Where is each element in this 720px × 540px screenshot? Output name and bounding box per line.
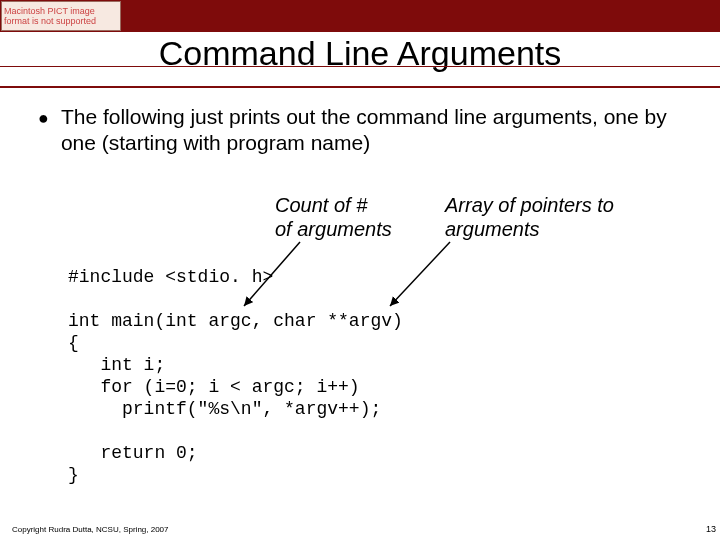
page-number: 13 <box>706 524 716 534</box>
horizontal-rule <box>0 86 720 88</box>
annotation-argv: Array of pointers to arguments <box>445 193 665 241</box>
annotation-argv-line1: Array of pointers to <box>445 194 614 216</box>
body-content: ● The following just prints out the comm… <box>38 104 686 157</box>
annotation-argc: Count of # of arguments <box>275 193 435 241</box>
bullet-item: ● The following just prints out the comm… <box>38 104 686 157</box>
copyright: Copyright Rudra Dutta, NCSU, Spring, 200… <box>12 525 169 534</box>
code-block: #include <stdio. h> int main(int argc, c… <box>68 266 403 486</box>
annotation-argv-line2: arguments <box>445 218 540 240</box>
thin-underline <box>0 66 720 67</box>
annotation-argc-line1: Count of # <box>275 194 367 216</box>
bullet-icon: ● <box>38 104 49 132</box>
slide-title: Command Line Arguments <box>0 34 720 73</box>
pict-placeholder-text: Macintosh PICT image format is not suppo… <box>4 6 118 26</box>
annotation-argc-line2: of arguments <box>275 218 392 240</box>
bullet-text: The following just prints out the comman… <box>61 104 686 157</box>
pict-placeholder: Macintosh PICT image format is not suppo… <box>1 1 121 31</box>
